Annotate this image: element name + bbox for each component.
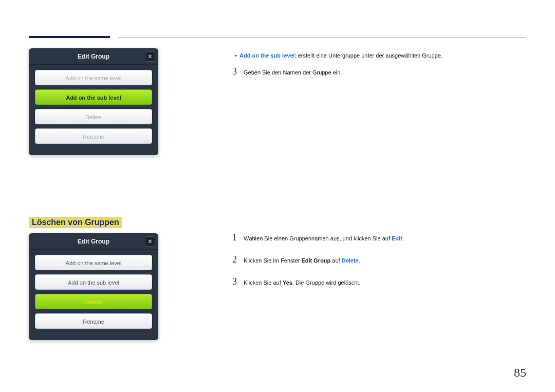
section-heading-delete-groups: Löschen von Gruppen xyxy=(29,217,122,228)
edit-group-dialog-delete: Edit Group × Add on the same level Add o… xyxy=(29,233,158,340)
add-sub-level-button[interactable]: Add on the sub level xyxy=(35,274,152,290)
bullet-text: Add on the sub level: erstellt eine Unte… xyxy=(239,51,442,60)
step-text: Wählen Sie einen Gruppennamen aus, und k… xyxy=(244,234,404,244)
text-part: auf xyxy=(330,257,341,264)
add-same-level-button[interactable]: Add on the same level xyxy=(35,70,152,85)
instruction-block-bottom: 1 Wählen Sie einen Gruppennamen aus, und… xyxy=(232,230,526,296)
step-text: Klicken Sie auf Yes. Die Gruppe wird gel… xyxy=(244,278,360,288)
edit-group-dialog-add-sub: Edit Group × Add on the same level Add o… xyxy=(29,48,158,155)
text-part: Wählen Sie einen Gruppennamen aus, und k… xyxy=(244,235,392,241)
keyword-add-sub-level: Add on the sub level xyxy=(239,52,295,59)
step-3-click-yes: 3 Klicken Sie auf Yes. Die Gruppe wird g… xyxy=(232,274,526,289)
text-part: . xyxy=(359,257,360,264)
dialog-title: Edit Group xyxy=(78,238,109,245)
close-icon[interactable]: × xyxy=(145,51,155,62)
dialog-body: Add on the same level Add on the sub lev… xyxy=(29,65,158,150)
keyword-yes: Yes xyxy=(283,279,292,286)
rename-button[interactable]: Rename xyxy=(35,128,152,144)
header-divider xyxy=(118,37,526,38)
keyword-edit: Edit xyxy=(392,235,402,241)
text-part: . Die Gruppe wird gelöscht. xyxy=(292,279,361,286)
dialog-title-bar: Edit Group × xyxy=(29,48,158,65)
step-number: 3 xyxy=(232,64,244,79)
dialog-title-bar: Edit Group × xyxy=(29,233,158,250)
content-area: Edit Group × Add on the same level Add o… xyxy=(29,48,526,361)
step-3-enter-name: 3 Geben Sie den Namen der Gruppe ein. xyxy=(232,64,526,79)
keyword-delete: Delete xyxy=(342,257,359,264)
text-part: Klicken Sie auf xyxy=(244,279,283,286)
step-text: Geben Sie den Namen der Gruppe ein. xyxy=(244,68,342,78)
dialog-body: Add on the same level Add on the sub lev… xyxy=(29,250,158,335)
keyword-edit-group: Edit Group xyxy=(301,257,330,264)
add-same-level-button[interactable]: Add on the same level xyxy=(35,255,152,270)
step-number: 2 xyxy=(232,252,244,267)
step-text: Klicken Sie im Fenster Edit Group auf De… xyxy=(244,256,360,266)
delete-button[interactable]: Delete xyxy=(35,109,152,124)
bullet-add-sub-level: • Add on the sub level: erstellt eine Un… xyxy=(232,51,526,60)
dialog-title: Edit Group xyxy=(78,53,109,60)
left-column: Edit Group × Add on the same level Add o… xyxy=(29,48,214,340)
delete-button[interactable]: Delete xyxy=(35,294,152,309)
step-number: 3 xyxy=(232,274,244,289)
text-part: . xyxy=(402,235,404,241)
document-page: Edit Group × Add on the same level Add o… xyxy=(0,0,555,392)
bullet-rest: : erstellt eine Untergruppe unter der au… xyxy=(295,52,442,59)
page-number: 85 xyxy=(514,366,526,380)
close-icon[interactable]: × xyxy=(145,236,155,247)
step-1-select-group: 1 Wählen Sie einen Gruppennamen aus, und… xyxy=(232,230,526,245)
add-sub-level-button[interactable]: Add on the sub level xyxy=(35,89,152,105)
step-2-click-delete: 2 Klicken Sie im Fenster Edit Group auf … xyxy=(232,252,526,267)
right-column: • Add on the sub level: erstellt eine Un… xyxy=(232,48,526,86)
instruction-block-top: • Add on the sub level: erstellt eine Un… xyxy=(232,48,526,79)
rename-button[interactable]: Rename xyxy=(35,313,152,329)
header-accent-bar xyxy=(29,36,110,38)
step-number: 1 xyxy=(232,230,244,245)
text-part: Klicken Sie im Fenster xyxy=(244,257,301,264)
bullet-dot-icon: • xyxy=(232,51,239,60)
